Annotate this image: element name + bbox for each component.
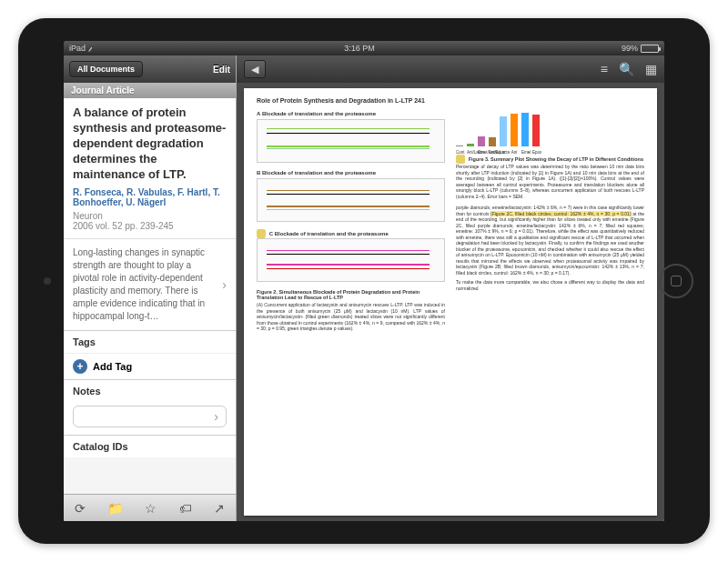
tag-icon[interactable]: 🏷 <box>179 501 192 516</box>
add-tag-button[interactable]: + Add Tag <box>64 353 236 379</box>
abstract-row[interactable]: Long-lasting changes in synaptic strengt… <box>64 238 236 330</box>
catalog-section: Catalog IDs <box>64 435 236 457</box>
catalog-heading: Catalog IDs <box>64 436 236 457</box>
bar-categories: ContAni/LactaEmet/LactaAni/EpoxLactaAniE… <box>456 150 644 155</box>
folder-icon[interactable]: 📁 <box>107 501 123 516</box>
list-icon[interactable]: ≡ <box>601 62 608 76</box>
notes-field[interactable]: › <box>73 406 227 427</box>
doc-running-head: Role of Protein Synthesis and Degradatio… <box>257 97 445 104</box>
home-button[interactable] <box>659 264 693 298</box>
article-authors[interactable]: R. Fonseca, R. Vabulas, F. Hartl, T. Bon… <box>73 187 227 207</box>
panel-a-chart <box>257 119 445 163</box>
plus-icon: + <box>73 359 87 374</box>
fig2-caption: Figure 2. Simultaneous Blockade of Prote… <box>257 289 445 300</box>
fig3-caption: Figure 3. Summary Plot Showing the Decay… <box>469 156 643 162</box>
article-citation: 2006 vol. 52 pp. 239-245 <box>73 221 227 231</box>
body-text-3: To make the data more comparable, we als… <box>456 279 644 291</box>
notes-heading: Notes <box>64 380 236 402</box>
panel-c-chart <box>257 238 445 282</box>
article-journal: Neuron <box>73 211 227 221</box>
annotation-icon[interactable] <box>257 229 266 238</box>
highlight[interactable]: (Figure 2C, filled black circles; contro… <box>490 211 632 216</box>
battery-icon <box>641 45 659 53</box>
doc-right-column: ContAni/LactaEmet/LactaAni/EpoxLactaAniE… <box>456 97 644 507</box>
clock: 3:16 PM <box>344 44 375 53</box>
article-title: A balance of protein synthesis and prote… <box>73 105 227 182</box>
doc-left-column: Role of Protein Synthesis and Degradatio… <box>257 97 445 507</box>
main-pane: ◀ ≡ 🔍 ▦ Role of Protein Synthesis and De… <box>237 55 664 521</box>
notes-section: Notes › <box>64 379 236 435</box>
battery-pct: 99% <box>622 44 638 53</box>
tags-section: Tags + Add Tag <box>64 330 236 379</box>
add-tag-label: Add Tag <box>93 361 132 372</box>
sidebar-bottom-toolbar: ⟳ 📁 ☆ 🏷 ↗ <box>64 494 236 521</box>
panel-c-title: Blockade of translation and the proteaso… <box>275 231 389 236</box>
fig3-body: Percentage of decay of LTP values was de… <box>456 164 644 199</box>
refresh-icon[interactable]: ⟳ <box>75 501 86 516</box>
screen: iPad 3:16 PM 99% All Documents Edit Jour… <box>64 41 664 521</box>
panel-a-title: Blockade of translation and the proteaso… <box>262 111 376 116</box>
body-text-2: purple diamonds; emetine/lactacystin: 14… <box>456 205 644 276</box>
section-header: Journal Article <box>64 83 236 98</box>
device-label: iPad <box>69 44 86 53</box>
camera <box>44 277 51 285</box>
wifi-icon <box>88 45 97 52</box>
sidebar: All Documents Edit Journal Article A bal… <box>64 55 237 521</box>
app: All Documents Edit Journal Article A bal… <box>64 55 664 521</box>
sidebar-toolbar: All Documents Edit <box>64 55 236 83</box>
ipad-frame: iPad 3:16 PM 99% All Documents Edit Jour… <box>18 18 710 544</box>
chevron-right-icon: › <box>214 409 218 424</box>
status-bar: iPad 3:16 PM 99% <box>64 41 664 55</box>
grid-icon[interactable]: ▦ <box>645 62 657 76</box>
back-button[interactable]: ◀ <box>244 60 266 78</box>
abstract-text: Long-lasting changes in synaptic strengt… <box>73 246 218 323</box>
star-icon[interactable]: ☆ <box>145 501 157 516</box>
article-meta: A balance of protein synthesis and prote… <box>64 98 236 238</box>
summary-bar-chart <box>456 101 644 146</box>
tags-heading: Tags <box>64 331 236 353</box>
document-page[interactable]: Role of Protein Synthesis and Degradatio… <box>244 88 657 516</box>
annotation-icon[interactable] <box>456 155 465 164</box>
all-documents-button[interactable]: All Documents <box>69 61 143 77</box>
fig2-body: (A) Concurrent application of lactacysti… <box>257 302 445 332</box>
main-toolbar: ◀ ≡ 🔍 ▦ <box>237 55 664 83</box>
search-icon[interactable]: 🔍 <box>619 62 634 76</box>
chevron-right-icon: › <box>222 276 227 295</box>
share-icon[interactable]: ↗ <box>214 501 225 516</box>
panel-b-title: Blockade of translation and the proteaso… <box>262 170 376 176</box>
edit-button[interactable]: Edit <box>213 65 230 75</box>
panel-b-chart <box>257 178 445 222</box>
